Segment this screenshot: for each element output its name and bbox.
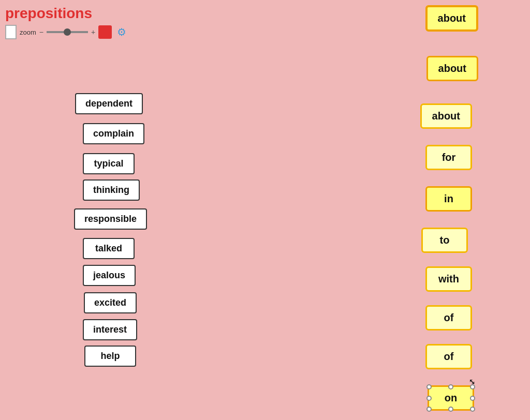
word-card-thinking[interactable]: thinking xyxy=(83,179,140,201)
prep-card-prep-9[interactable]: of xyxy=(425,344,472,369)
resize-handle-mr[interactable] xyxy=(470,396,475,401)
prep-card-prep-8[interactable]: of xyxy=(425,305,472,331)
resize-handle-bm[interactable] xyxy=(448,407,453,412)
resize-handle-tm[interactable] xyxy=(448,384,453,389)
resize-handle-br[interactable] xyxy=(470,407,475,412)
toolbar: zoom − + ⚙ xyxy=(5,25,128,39)
prep-card-prep-5[interactable]: in xyxy=(425,186,472,212)
prep-card-prep-6[interactable]: to xyxy=(421,228,468,253)
page-title: prepositions xyxy=(5,5,128,22)
word-card-jealous[interactable]: jealous xyxy=(83,265,136,286)
zoom-plus-button[interactable]: + xyxy=(91,28,95,36)
prep-card-prep-3[interactable]: about xyxy=(420,103,472,129)
word-card-typical[interactable]: typical xyxy=(83,153,135,174)
word-card-complain[interactable]: complain xyxy=(83,123,144,144)
prep-card-prep-4[interactable]: for xyxy=(425,145,472,170)
word-card-help[interactable]: help xyxy=(84,346,136,367)
prep-card-prep-2[interactable]: about xyxy=(426,56,478,81)
resize-handle-bl[interactable] xyxy=(426,407,432,412)
zoom-box xyxy=(5,25,17,39)
prep-card-prep-10[interactable]: on⤡ xyxy=(428,385,474,411)
resize-handle-tl[interactable] xyxy=(426,384,432,389)
zoom-label: zoom xyxy=(20,28,36,36)
resize-handle-ml[interactable] xyxy=(426,396,432,401)
stop-button[interactable] xyxy=(98,25,112,39)
word-card-talked[interactable]: talked xyxy=(83,238,135,259)
prep-card-prep-1[interactable]: about xyxy=(425,5,478,32)
word-card-excited[interactable]: excited xyxy=(84,292,137,313)
resize-icon[interactable]: ⤡ xyxy=(469,378,475,386)
word-card-responsible[interactable]: responsible xyxy=(74,208,147,230)
zoom-minus-button[interactable]: − xyxy=(39,28,43,36)
word-card-dependent[interactable]: dependent xyxy=(75,93,143,114)
zoom-slider[interactable] xyxy=(47,31,88,33)
settings-button[interactable]: ⚙ xyxy=(115,25,128,39)
prep-card-prep-7[interactable]: with xyxy=(425,266,472,292)
header: prepositions zoom − + ⚙ xyxy=(5,5,128,39)
word-card-interest[interactable]: interest xyxy=(83,319,137,340)
